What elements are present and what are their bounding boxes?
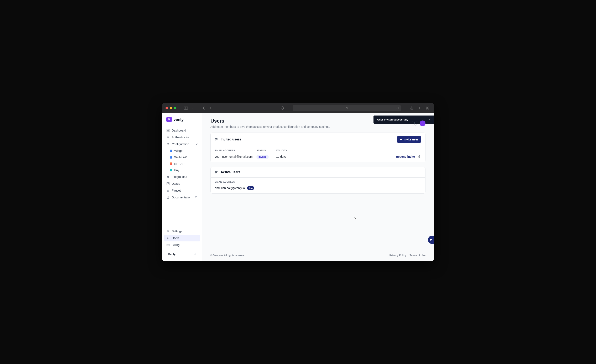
privacy-shield-icon[interactable]: [279, 105, 285, 111]
logo-text: venly: [173, 117, 184, 122]
resend-invite-button[interactable]: Resend invite: [396, 155, 415, 158]
mouse-cursor-icon: [354, 217, 357, 220]
sidebar-item-faucet[interactable]: Faucet: [164, 187, 200, 194]
table-header: EMAIL ADDRESS: [211, 178, 425, 185]
nft-api-icon: [170, 162, 172, 165]
table-row: your_user_email@email.com Invited 10 day…: [211, 153, 425, 162]
card-icon: [166, 243, 170, 247]
privacy-link[interactable]: Privacy Policy: [389, 254, 406, 257]
user-check-icon: [215, 170, 219, 174]
reload-icon[interactable]: [396, 107, 399, 109]
chevron-down-icon[interactable]: [190, 105, 196, 111]
svg-point-20: [216, 138, 217, 139]
sliders-icon: [166, 143, 170, 146]
card-title: Invited users: [221, 138, 241, 141]
invited-users-card: Invited users Invite user EMAIL ADDRESS …: [210, 132, 425, 162]
sidebar-config-children: Widget Wallet API NFT API Pay: [164, 148, 200, 173]
close-window-button[interactable]: [165, 107, 168, 109]
droplet-icon: [166, 189, 170, 192]
svg-point-14: [169, 143, 169, 144]
page-subtitle: Add team members to give them access to …: [210, 125, 425, 128]
svg-rect-18: [167, 244, 169, 246]
share-icon[interactable]: [409, 105, 415, 111]
pay-icon: [170, 169, 172, 171]
table-row: abdullah.baig@venly.io You: [211, 185, 425, 193]
sidebar-item-label: Configuration: [172, 143, 189, 146]
sidebar-item-label: Dashboard: [172, 129, 186, 132]
sidebar-item-configuration[interactable]: Configuration: [164, 141, 200, 147]
new-tab-icon[interactable]: [417, 105, 423, 111]
col-header-validity: VALIDITY: [276, 149, 301, 152]
sidebar-item-label: Users: [172, 236, 179, 240]
svg-point-21: [216, 171, 217, 172]
svg-rect-2: [346, 108, 348, 109]
col-header-email: EMAIL ADDRESS: [215, 149, 256, 152]
sidebar-nav-bottom: Settings Users Billing Venly: [162, 227, 202, 261]
svg-point-11: [168, 137, 168, 138]
plug-icon: [166, 175, 170, 178]
workspace-switcher[interactable]: Venly: [165, 250, 199, 258]
cell-status: Invited: [256, 155, 276, 158]
browser-window: V venly Dashboard Authentication Configu…: [162, 103, 434, 261]
url-bar[interactable]: [293, 105, 401, 111]
app-shell: V venly Dashboard Authentication Configu…: [162, 113, 434, 261]
sidebar-item-users[interactable]: Users: [164, 235, 200, 241]
sidebar-item-wallet-api[interactable]: Wallet API: [167, 154, 200, 160]
you-badge: You: [247, 186, 254, 190]
sidebar-item-widget[interactable]: Widget: [167, 148, 200, 154]
svg-rect-3: [426, 107, 427, 108]
page-footer: © Venly — All rights reserved Privacy Po…: [202, 250, 434, 261]
minimize-window-button[interactable]: [170, 107, 172, 109]
document-icon: [166, 196, 170, 199]
svg-rect-7: [167, 129, 168, 130]
invite-button-label: Invite user: [404, 138, 418, 141]
back-button[interactable]: [201, 105, 207, 111]
sidebar-item-label: Documentation: [172, 196, 191, 199]
terms-link[interactable]: Terms of Use: [410, 254, 425, 257]
sidebar-item-label: Pay: [174, 168, 179, 172]
sidebar-item-label: Widget: [174, 149, 183, 153]
table-header: EMAIL ADDRESS STATUS VALIDITY: [211, 146, 425, 153]
svg-point-16: [168, 231, 168, 232]
chart-icon: [166, 182, 170, 185]
browser-titlebar: [162, 103, 434, 113]
svg-rect-9: [167, 131, 168, 132]
avatar[interactable]: [420, 121, 425, 126]
card-header: Active users: [211, 167, 425, 178]
chevron-down-icon: [196, 144, 198, 145]
sidebar-item-authentication[interactable]: Authentication: [164, 134, 200, 141]
sidebar-item-documentation[interactable]: Documentation: [164, 194, 200, 201]
sidebar-item-usage[interactable]: Usage: [164, 180, 200, 187]
help-button[interactable]: ?: [412, 121, 417, 126]
maximize-window-button[interactable]: [174, 107, 176, 109]
svg-rect-6: [428, 108, 429, 109]
svg-point-13: [168, 144, 168, 145]
lock-icon: [346, 107, 348, 109]
sidebar-toggle-icon[interactable]: [183, 105, 189, 111]
workspace-name: Venly: [168, 253, 176, 256]
svg-rect-10: [168, 131, 169, 132]
window-controls: [165, 107, 176, 109]
delete-invite-button[interactable]: [418, 155, 421, 158]
card-header: Invited users Invite user: [211, 133, 425, 146]
sidebar-item-settings[interactable]: Settings: [164, 228, 200, 234]
logo-mark: V: [166, 117, 172, 122]
sidebar-item-nft-api[interactable]: NFT API: [167, 160, 200, 167]
svg-point-17: [167, 237, 168, 238]
invite-user-button[interactable]: Invite user: [397, 136, 421, 143]
tabs-overview-icon[interactable]: [425, 105, 431, 111]
forward-button[interactable]: [208, 105, 213, 111]
row-actions: Resend invite: [396, 155, 421, 158]
sidebar-item-label: Authentication: [172, 136, 190, 139]
wallet-api-icon: [170, 156, 172, 159]
header-widgets: ?: [412, 121, 425, 126]
brand-logo[interactable]: V venly: [162, 113, 202, 126]
sidebar-item-billing[interactable]: Billing: [164, 242, 200, 248]
sidebar-item-integrations[interactable]: Integrations: [164, 174, 200, 180]
sidebar-item-dashboard[interactable]: Dashboard: [164, 127, 200, 134]
gear-icon: [166, 136, 170, 139]
sidebar-item-label: Usage: [172, 182, 180, 185]
active-users-card: Active users EMAIL ADDRESS abdullah.baig…: [210, 167, 425, 194]
sidebar-item-label: Settings: [172, 230, 182, 233]
sidebar-item-pay[interactable]: Pay: [167, 167, 200, 173]
